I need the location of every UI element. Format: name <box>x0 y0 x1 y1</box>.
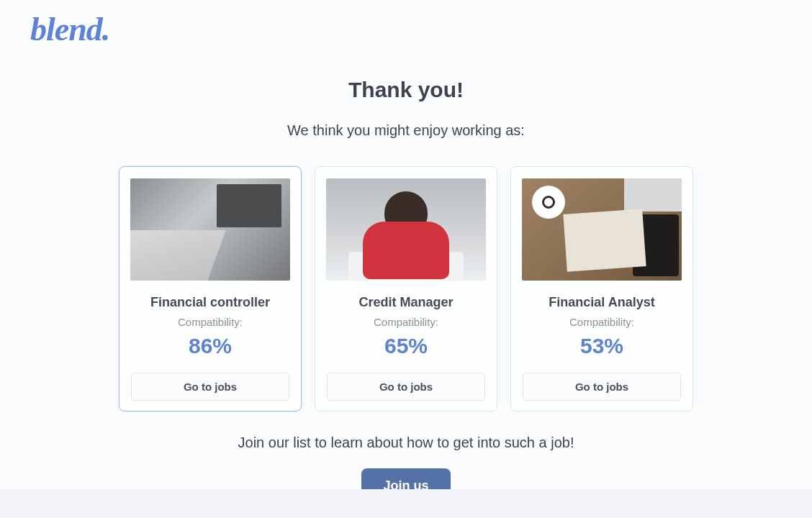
compatibility-label: Compatibility: <box>569 316 634 328</box>
compatibility-value: 65% <box>384 334 428 358</box>
job-image <box>326 178 486 281</box>
compatibility-value: 86% <box>189 334 232 358</box>
page-title: Thank you! <box>348 78 464 102</box>
go-to-jobs-button[interactable]: Go to jobs <box>131 373 289 401</box>
compatibility-label: Compatibility: <box>374 316 438 328</box>
job-image <box>130 178 290 281</box>
page-subtitle: We think you might enjoy working as: <box>287 122 525 139</box>
go-to-jobs-button[interactable]: Go to jobs <box>327 373 485 401</box>
compatibility-label: Compatibility: <box>178 316 243 328</box>
job-title: Financial Analyst <box>549 295 654 310</box>
compatibility-value: 53% <box>580 334 623 358</box>
job-image <box>522 178 682 281</box>
main-content: Thank you! We think you might enjoy work… <box>0 0 812 504</box>
join-list-prompt: Join our list to learn about how to get … <box>238 435 574 451</box>
job-card-financial-controller[interactable]: Financial controller Compatibility: 86% … <box>119 166 302 412</box>
footer-band <box>0 489 812 518</box>
job-cards-row: Financial controller Compatibility: 86% … <box>119 166 693 412</box>
job-card-credit-manager[interactable]: Credit Manager Compatibility: 65% Go to … <box>315 166 497 412</box>
job-card-financial-analyst[interactable]: Financial Analyst Compatibility: 53% Go … <box>510 166 693 412</box>
brand-logo[interactable]: blend. <box>30 10 109 48</box>
job-title: Financial controller <box>150 295 270 310</box>
go-to-jobs-button[interactable]: Go to jobs <box>523 373 681 401</box>
job-title: Credit Manager <box>358 295 453 310</box>
